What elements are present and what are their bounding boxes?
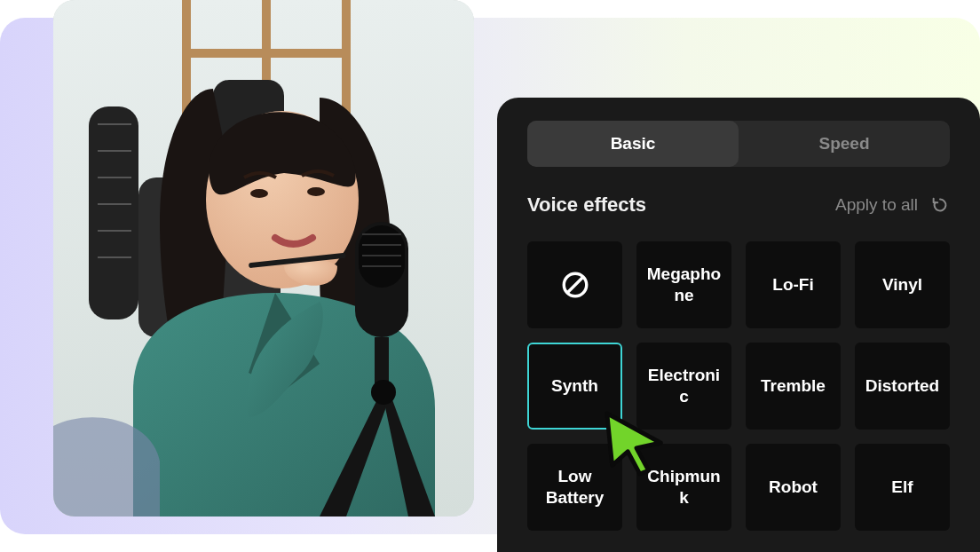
effect-robot[interactable]: Robot [746,444,841,531]
effect-tremble[interactable]: Tremble [746,343,841,430]
apply-wrap: Apply to all [835,195,950,215]
effect-electronic[interactable]: Electronic [636,343,731,430]
reset-button[interactable] [930,195,950,215]
tab-speed[interactable]: Speed [739,121,950,167]
effect-megaphone[interactable]: Megaphone [636,241,731,328]
apply-to-all-button[interactable]: Apply to all [835,195,918,215]
svg-rect-4 [89,106,138,319]
effect-chipmunk[interactable]: Chipmunk [636,444,731,531]
effect-synth[interactable]: Synth [527,343,622,430]
none-icon [560,270,590,300]
svg-point-15 [307,187,325,196]
effect-vinyl[interactable]: Vinyl [855,241,950,328]
reset-icon [930,195,950,215]
svg-point-24 [371,380,396,405]
panel-header: Voice effects Apply to all [527,193,950,217]
svg-line-26 [567,278,582,293]
svg-point-14 [250,189,268,198]
tab-basic[interactable]: Basic [527,121,739,167]
effect-lofi[interactable]: Lo-Fi [746,241,841,328]
panel-title: Voice effects [527,193,646,217]
effect-distorted[interactable]: Distorted [855,343,950,430]
effect-none[interactable] [527,241,622,328]
effect-low-battery[interactable]: Low Battery [527,444,622,531]
hero-photo [53,0,474,517]
tabs: Basic Speed [527,121,950,167]
voice-effects-panel: Basic Speed Voice effects Apply to all M… [497,98,980,552]
effects-grid: Megaphone Lo-Fi Vinyl Synth Electronic T… [527,241,950,531]
effect-elf[interactable]: Elf [855,444,950,531]
